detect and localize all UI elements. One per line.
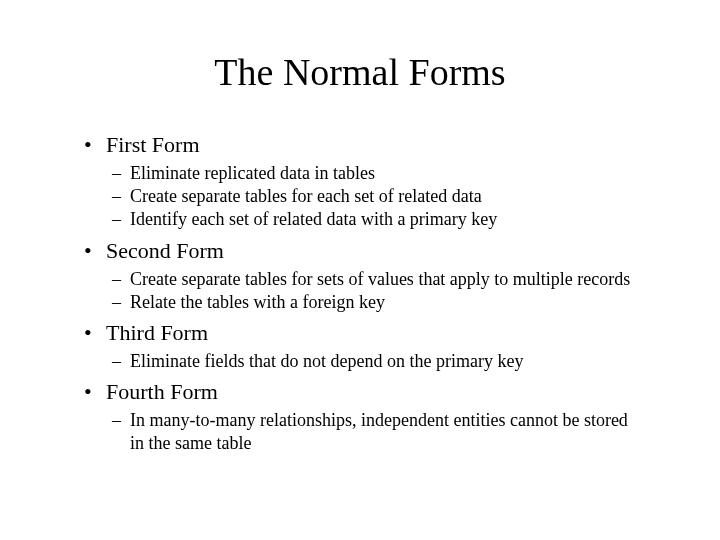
item-text: Relate the tables with a foreign key [130,291,640,314]
section-heading: First Form [106,130,200,160]
list-item: – Relate the tables with a foreign key [110,291,640,314]
list-item: – Eliminate replicated data in tables [110,162,640,185]
list-item: – Eliminate fields that do not depend on… [110,350,640,373]
item-text: Create separate tables for sets of value… [130,268,640,291]
section-heading: Second Form [106,236,224,266]
section-third-form: • Third Form – Eliminate fields that do … [80,318,640,373]
bullet-icon: • [80,377,106,407]
list-item: – Create separate tables for sets of val… [110,268,640,291]
item-text: In many-to-many relationships, independe… [130,409,640,456]
bullet-icon: • [80,130,106,160]
item-text: Create separate tables for each set of r… [130,185,640,208]
item-text: Eliminate replicated data in tables [130,162,640,185]
dash-icon: – [110,162,130,185]
list-item: – Identify each set of related data with… [110,208,640,231]
bullet-icon: • [80,318,106,348]
section-second-form: • Second Form – Create separate tables f… [80,236,640,314]
list-item: – Create separate tables for each set of… [110,185,640,208]
dash-icon: – [110,291,130,314]
dash-icon: – [110,185,130,208]
item-text: Eliminate fields that do not depend on t… [130,350,640,373]
dash-icon: – [110,350,130,373]
slide-title: The Normal Forms [80,50,640,94]
section-first-form: • First Form – Eliminate replicated data… [80,130,640,232]
dash-icon: – [110,208,130,231]
dash-icon: – [110,409,130,432]
bullet-icon: • [80,236,106,266]
section-heading: Fourth Form [106,377,218,407]
outline-list: • First Form – Eliminate replicated data… [80,130,640,456]
section-heading: Third Form [106,318,208,348]
section-fourth-form: • Fourth Form – In many-to-many relation… [80,377,640,455]
item-text: Identify each set of related data with a… [130,208,640,231]
dash-icon: – [110,268,130,291]
list-item: – In many-to-many relationships, indepen… [110,409,640,456]
